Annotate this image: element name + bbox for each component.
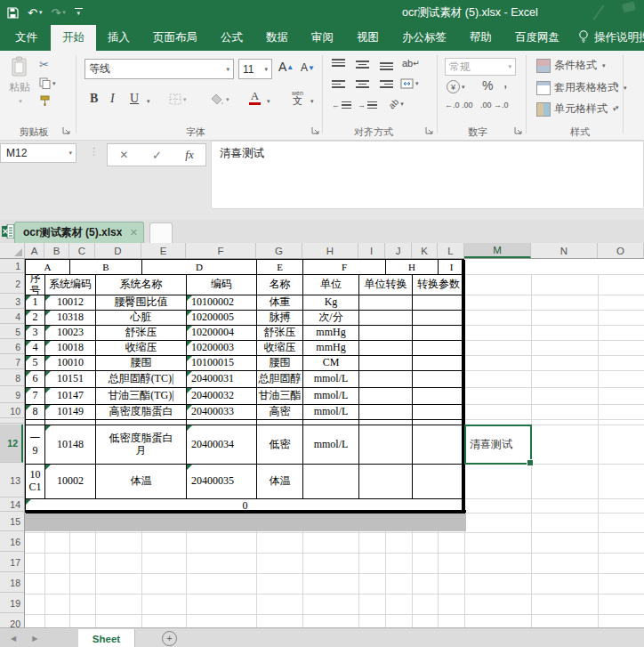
ribbon-tab-office-tab[interactable]: 办公标签: [390, 25, 458, 51]
ribbon-tab-formulas[interactable]: 公式: [209, 25, 254, 51]
number-format-dropdown-icon[interactable]: ▾: [508, 63, 511, 70]
next-sheet-icon[interactable]: ▶: [32, 635, 37, 643]
table-cell-empty[interactable]: [26, 420, 45, 425]
row-header-14[interactable]: 14: [0, 498, 24, 512]
insert-function-button[interactable]: fx: [185, 148, 193, 162]
table-cell-param[interactable]: [413, 388, 465, 405]
increase-decimal-button[interactable]: ←.0 .00: [445, 101, 473, 109]
row-header-16[interactable]: 16: [0, 532, 24, 552]
font-name-select[interactable]: 等线 ▾: [85, 59, 234, 79]
row-header-6[interactable]: 6: [0, 340, 24, 354]
increase-indent-button[interactable]: →: [358, 101, 377, 109]
align-top-button[interactable]: [332, 59, 345, 67]
copy-button[interactable]: ▾: [39, 77, 56, 89]
table-cell-name[interactable]: 高密: [257, 405, 303, 420]
table-cell-no[interactable]: 一 9: [26, 425, 45, 465]
table-header-cell[interactable]: 转换参数: [413, 275, 465, 295]
table-cell-sys_code[interactable]: 10012: [45, 295, 96, 311]
table-cell-name[interactable]: 腰围: [257, 356, 303, 371]
column-header-L[interactable]: L: [438, 243, 464, 258]
row-header-5[interactable]: 5: [0, 325, 24, 339]
table-cell-param[interactable]: [413, 465, 465, 499]
accounting-dropdown-icon[interactable]: ▾: [462, 84, 465, 91]
row-header-3[interactable]: 3: [0, 295, 24, 309]
table-cell-no[interactable]: 7: [26, 388, 45, 405]
ribbon-tab-data[interactable]: 数据: [254, 25, 300, 51]
table-cell-sys_name[interactable]: 腰臀围比值: [96, 295, 187, 311]
table-cell-no[interactable]: 6: [26, 371, 45, 388]
table-cell-name[interactable]: 脉搏: [257, 311, 303, 326]
column-header-D[interactable]: D: [95, 243, 141, 258]
table-cell-code[interactable]: 20400033: [187, 405, 257, 420]
table-cell-param[interactable]: [413, 425, 465, 465]
orientation-button[interactable]: ab ▾: [389, 99, 404, 109]
table-cell-code[interactable]: 10100002: [187, 295, 257, 311]
column-header-N[interactable]: N: [531, 243, 598, 258]
letters-row-cell[interactable]: B: [70, 260, 142, 275]
column-header-A[interactable]: A: [25, 243, 44, 258]
table-cell-name[interactable]: 总胆固醇: [257, 371, 303, 388]
row-header-9[interactable]: 9: [0, 387, 24, 403]
fill-handle[interactable]: [527, 459, 534, 466]
column-header-I[interactable]: I: [358, 243, 385, 258]
underline-dropdown-icon[interactable]: ▾: [147, 98, 150, 105]
save-icon[interactable]: [7, 7, 19, 19]
ribbon-tab-help[interactable]: 帮助: [458, 25, 503, 51]
table-cell-code[interactable]: 10200003: [187, 341, 257, 356]
table-cell-sys_name[interactable]: 腰围: [96, 356, 187, 371]
table-header-cell[interactable]: 系统编码: [45, 275, 96, 295]
table-cell-name[interactable]: 收缩压: [257, 341, 303, 356]
table-cell-no[interactable]: 5: [26, 356, 45, 371]
format-as-table-dropdown-icon[interactable]: ▾: [624, 85, 627, 92]
phonetic-guide-button[interactable]: wén 文: [292, 90, 303, 106]
align-left-button[interactable]: [332, 80, 345, 88]
name-box-dropdown-icon[interactable]: ▾: [68, 150, 72, 157]
font-name-dropdown-icon[interactable]: ▾: [226, 66, 229, 73]
table-cell-sys_code[interactable]: 10148: [45, 425, 96, 465]
align-middle-button[interactable]: [356, 61, 369, 69]
table-cell-param[interactable]: [413, 295, 465, 311]
decrease-font-button[interactable]: A▼: [301, 61, 315, 74]
table-cell-sys_name[interactable]: 收缩压: [96, 341, 187, 356]
undo-button[interactable]: ↶▾: [28, 6, 42, 20]
row-header-1[interactable]: 1: [0, 259, 24, 273]
italic-button[interactable]: I: [110, 92, 115, 106]
align-right-button[interactable]: [380, 80, 393, 88]
table-cell-sys_code[interactable]: 10023: [45, 326, 96, 341]
number-dialog-launcher[interactable]: [514, 126, 523, 135]
table-cell-sys_code[interactable]: 10318: [45, 311, 96, 326]
table-cell-unit[interactable]: mmol/L: [303, 388, 359, 405]
row-header-11[interactable]: [0, 419, 24, 424]
table-cell-conv[interactable]: [359, 465, 413, 499]
table-cell-no[interactable]: 10 C1: [26, 465, 45, 499]
column-header-B[interactable]: B: [44, 243, 69, 258]
table-cell-sys_name[interactable]: 总胆固醇(TC)|: [96, 371, 187, 388]
formula-input[interactable]: 清喜测试: [211, 141, 644, 209]
merge-dropdown-icon[interactable]: ▾: [415, 80, 419, 87]
table-cell-unit[interactable]: mmHg: [303, 326, 359, 341]
table-cell-conv[interactable]: [359, 371, 413, 388]
wrap-text-button[interactable]: ab↵: [402, 58, 420, 69]
column-header-C[interactable]: C: [69, 243, 95, 258]
tell-me-search[interactable]: 操作说明搜索: [578, 25, 644, 51]
table-cell-sys_name[interactable]: 高密度脂蛋白: [96, 405, 187, 420]
column-header-E[interactable]: E: [141, 243, 186, 258]
confirm-entry-button[interactable]: ✓: [152, 149, 162, 162]
table-cell-code[interactable]: 20400034: [187, 425, 257, 465]
table-cell-sys_name[interactable]: 体温: [96, 465, 187, 499]
align-center-button[interactable]: [356, 80, 369, 88]
table-header-cell[interactable]: 单位转换: [359, 275, 413, 295]
new-sheet-button[interactable]: +: [162, 631, 177, 646]
table-cell-conv[interactable]: [359, 341, 413, 356]
sheet-tab-active[interactable]: Sheet: [78, 629, 135, 647]
clipboard-dialog-launcher[interactable]: [62, 126, 71, 135]
table-cell-param[interactable]: [413, 371, 465, 388]
decrease-indent-button[interactable]: ←: [332, 101, 351, 109]
row-header-17[interactable]: 17: [0, 553, 24, 572]
table-cell-param[interactable]: [413, 341, 465, 356]
copy-dropdown-icon[interactable]: ▾: [52, 80, 56, 87]
row-header-13[interactable]: 13: [0, 464, 24, 497]
row-header-2[interactable]: 2: [0, 274, 24, 294]
ribbon-tab-view[interactable]: 视图: [345, 25, 390, 51]
paste-dropdown-icon[interactable]: ▾: [19, 98, 22, 105]
